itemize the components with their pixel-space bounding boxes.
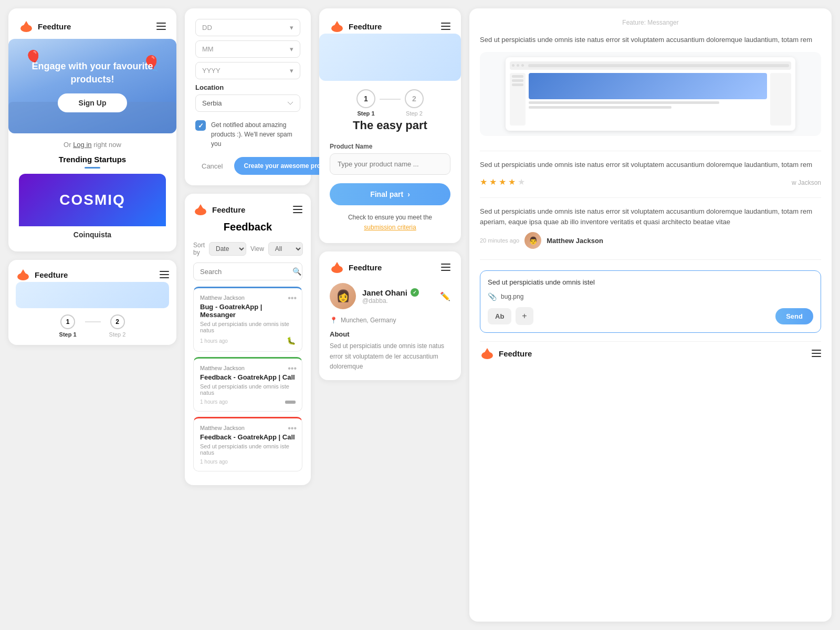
mini-menu-button[interactable] <box>160 271 169 278</box>
location-label: Location <box>195 83 300 91</box>
svg-marker-1 <box>23 21 29 26</box>
step-1-label: Step 1 <box>356 110 375 117</box>
step-menu-button[interactable] <box>441 23 450 30</box>
star-5: ★ <box>518 177 525 187</box>
search-icon: 🔍 <box>292 267 301 276</box>
profile-info: Janet Ohani ✓ @dabba. <box>362 288 440 304</box>
form-card: DD ▾ MM ▾ YYYY ▾ Location Serbia Germany… <box>185 8 311 185</box>
review-2-meta: ★ ★ ★ ★ ★ w Jackson <box>480 177 821 189</box>
step-connector <box>380 99 401 100</box>
chat-attachment: 📎 bug.png <box>488 292 813 301</box>
trending-divider <box>85 167 100 169</box>
attachment-icon: 📎 <box>488 292 497 301</box>
profile-logo: Feedture <box>330 260 450 275</box>
feedback-desc-2: Sed ut perspiciatis unde omnis iste natu… <box>200 383 296 396</box>
footer-menu-button[interactable] <box>812 350 821 357</box>
step-logo-icon <box>330 19 344 34</box>
logo: Feedture <box>19 19 71 34</box>
yyyy-dropdown[interactable]: YYYY ▾ <box>195 62 300 79</box>
mm-dropdown[interactable]: MM ▾ <box>195 40 300 58</box>
star-3: ★ <box>499 177 506 187</box>
profile-menu-button[interactable] <box>441 264 450 271</box>
about-label: About <box>330 330 450 338</box>
feature-label: Feature: Messanger <box>480 19 821 26</box>
footer-logo: Feedture <box>480 346 532 361</box>
browser-bar <box>510 61 792 70</box>
edit-icon[interactable]: ✏️ <box>440 291 450 301</box>
more-dots-3[interactable]: ••• <box>288 424 297 433</box>
mini-step-label-1: Step 1 <box>59 331 77 338</box>
feedback-logo-icon <box>193 202 208 217</box>
feedback-title-2: Feedback - GoatrekApp | Call <box>200 373 296 381</box>
mini-step-1: 1 Step 1 <box>59 314 77 338</box>
svg-marker-7 <box>334 21 340 26</box>
engage-card: Feedture 🎈 🎈 Engage with your favourite … <box>8 8 176 251</box>
bug-icon-1: 🐛 <box>287 337 296 345</box>
about-text: Sed ut perspiciatis unde omnis iste natu… <box>330 341 450 372</box>
search-bar[interactable]: 🔍 <box>193 262 302 280</box>
review-image <box>480 52 821 136</box>
product-name-label: Product Name <box>330 143 450 150</box>
filter-row: Sort by Date Name View All Bugs <box>193 242 302 256</box>
star-4: ★ <box>508 177 516 187</box>
view-label: View <box>250 245 264 253</box>
startup-banner: COSMIQ <box>19 174 166 226</box>
star-2: ★ <box>489 177 497 187</box>
mock-browser <box>506 57 796 131</box>
feedback-title-1: Bug - GoatrekApp | Messanger <box>200 303 296 319</box>
more-dots-2[interactable]: ••• <box>288 364 297 373</box>
more-dots-1[interactable]: ••• <box>288 293 297 303</box>
feedback-item-1[interactable]: ••• Matthew Jackson Bug - GoatrekApp | M… <box>193 287 302 352</box>
plus-button[interactable]: + <box>516 307 533 325</box>
verified-badge: ✓ <box>411 288 419 297</box>
menu-button[interactable] <box>156 23 166 30</box>
submission-criteria-link[interactable]: submission criteria <box>364 224 416 231</box>
signup-button[interactable]: Sign Up <box>58 93 128 112</box>
submission-text: Check to ensure you meet the submission … <box>330 213 450 233</box>
profile-details: 👩 Janet Ohani ✓ @dabba. ✏️ 📍 Munchen, Ge… <box>330 283 450 372</box>
startup-card[interactable]: COSMIQ Coinquista <box>19 174 166 241</box>
footer-logo-icon <box>480 346 495 361</box>
mini-step-banner <box>16 282 169 308</box>
notification-text: Get notified about amazing products :). … <box>211 120 300 149</box>
svg-marker-11 <box>484 348 490 353</box>
sort-label: Sort by <box>193 242 205 256</box>
notification-checkbox[interactable] <box>195 120 206 131</box>
login-link[interactable]: Log in <box>73 141 91 149</box>
ab-button[interactable]: Ab <box>488 308 511 324</box>
profile-card: Feedture 👩 Janet Ohani ✓ @dabba. ✏️ 📍 <box>319 251 461 380</box>
step-1-indicator: 1 Step 1 <box>356 89 375 117</box>
product-name-input[interactable] <box>330 153 450 175</box>
view-select[interactable]: All Bugs <box>268 242 303 256</box>
cancel-button[interactable]: Cancel <box>195 158 229 174</box>
feedture-logo-icon <box>19 19 34 34</box>
feedback-item-2[interactable]: ••• Matthew Jackson Feedback - GoatrekAp… <box>193 357 302 412</box>
feedback-title-3: Feedback - GoatrekApp | Call <box>200 433 296 441</box>
step-circle-2: 2 <box>405 89 424 108</box>
feedback-item-3[interactable]: ••• Matthew Jackson Feedback - GoatrekAp… <box>193 417 302 471</box>
location-select[interactable]: Serbia Germany France <box>195 94 300 112</box>
sort-select[interactable]: Date Name <box>209 242 246 256</box>
feedback-logo-text: Feedture <box>212 205 245 214</box>
form-actions: Cancel Create your awesome profile <box>195 157 300 175</box>
final-part-button[interactable]: Final part › <box>330 183 450 205</box>
mini-step-card: Feedture 1 Step 1 2 Step 2 <box>8 260 176 345</box>
mini-step-2: 2 Step 2 <box>109 314 126 338</box>
reviewer-avatar-3: 👨 <box>524 232 541 249</box>
feedback-author-2: Matthew Jackson <box>200 365 296 371</box>
feedback-menu-button[interactable] <box>293 206 302 213</box>
step-card: Feedture 1 Step 1 2 Step 2 The easy part <box>319 8 461 243</box>
mini-logo: Feedture <box>16 267 169 282</box>
review-3-time: 20 minutes ago <box>480 237 519 244</box>
profile-handle: @dabba. <box>362 297 440 304</box>
chat-box: Sed ut perspiciatis unde omnis istel 📎 b… <box>480 270 821 333</box>
review-3-section: Sed ut perspiciatis unde omnis iste natu… <box>480 206 821 260</box>
send-button[interactable]: Send <box>775 308 813 324</box>
chat-actions: Ab + Send <box>488 307 813 325</box>
feedback-author-3: Matthew Jackson <box>200 425 296 431</box>
dd-dropdown[interactable]: DD ▾ <box>195 19 300 36</box>
search-input[interactable] <box>200 268 288 276</box>
mock-content <box>510 73 792 125</box>
startup-name: Coinquista <box>19 226 166 241</box>
hero-headline: Engage with your favourite products! <box>8 60 176 86</box>
